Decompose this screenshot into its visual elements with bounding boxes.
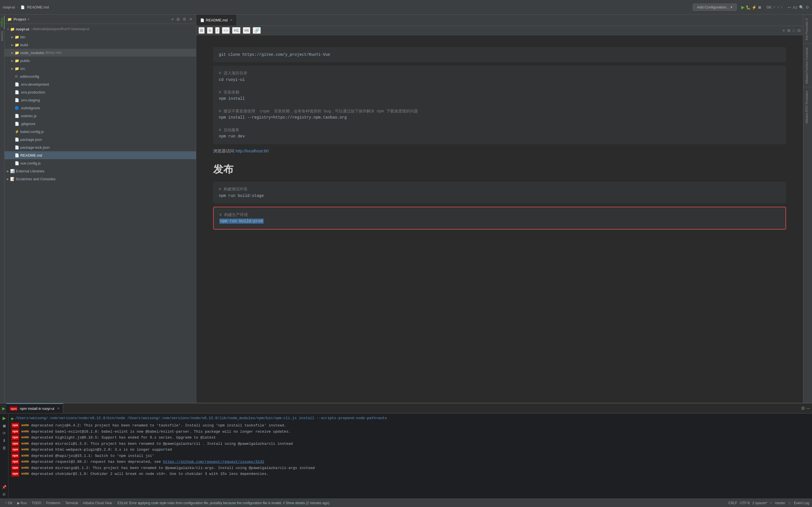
- indent-label[interactable]: 2 spaces*: [753, 501, 767, 505]
- tree-item-env-dev[interactable]: 📄 .env.development: [4, 80, 196, 88]
- run-scroll-icon[interactable]: ⬇: [2, 438, 7, 444]
- close-panel-btn[interactable]: ✕: [189, 16, 193, 22]
- run-settings-icon[interactable]: ⚙: [1, 491, 7, 497]
- readme-tab-icon: 📄: [200, 18, 204, 22]
- key-promoter-label[interactable]: Key Promoter X: [803, 15, 812, 44]
- code-btn[interactable]: <>: [222, 27, 230, 34]
- root-path: ~/kid/code/java/yun/RuoYi-Vue/ruoyi-ui: [31, 27, 89, 31]
- settings-icon[interactable]: ⚙: [801, 406, 805, 411]
- minimize-icon[interactable]: ─: [807, 406, 810, 411]
- item-label-eslintrc: .eslintrc.js: [20, 114, 37, 118]
- run-tab-icon: ▶: [2, 406, 5, 411]
- tree-item-public[interactable]: ▶ 📁 public: [4, 57, 196, 64]
- git-arrow: ↑: [781, 5, 783, 9]
- tree-item-gitignore[interactable]: 📄 .gitignore: [4, 120, 196, 128]
- tree-item-package-lock[interactable]: 📄 package-lock.json: [4, 144, 196, 151]
- preview-btn[interactable]: □: [793, 28, 795, 33]
- list-view-btn[interactable]: ≡: [782, 28, 784, 33]
- tree-item-env-prod[interactable]: 📄 .env.production: [4, 88, 196, 96]
- browser-link[interactable]: http://localhost:80: [236, 149, 269, 153]
- folder-icon: 📁: [7, 17, 12, 21]
- run-pin-icon[interactable]: 📌: [1, 484, 7, 490]
- tree-item-scratches[interactable]: ▶ 📝 Scratches and Consoles: [4, 175, 196, 183]
- coverage-btn[interactable]: ⚡: [752, 5, 756, 10]
- git-status-icon[interactable]: ⑂ Git: [3, 501, 15, 505]
- readme-tab-label: README.md: [206, 18, 227, 22]
- run-stop-icon[interactable]: ⏹: [1, 423, 7, 429]
- tree-item-ext-libs[interactable]: ▶ 📊 External Libraries: [4, 167, 196, 175]
- settings-gear[interactable]: ⚙: [182, 16, 187, 22]
- add-configuration-button[interactable]: Add Configuration... ▾: [693, 4, 737, 11]
- tree-item-src[interactable]: ▶ 📁 src: [4, 64, 196, 72]
- tree-item-editorconfig[interactable]: ⚙ .editorconfig: [4, 72, 196, 80]
- run-log-6: npm WARN deprecated @hapi/joi@15.1.1: Sw…: [11, 453, 809, 459]
- branch-label[interactable]: master: [775, 501, 785, 505]
- tree-item-node-modules[interactable]: ▶ 📁 node_modules library root: [4, 49, 196, 57]
- left-vert-project[interactable]: Project: [0, 16, 4, 29]
- collapse-all-btn[interactable]: ≡: [171, 16, 174, 22]
- tree-item-eslintignore[interactable]: 🔵 .eslintignore: [4, 104, 196, 112]
- tree-item-package-json[interactable]: 📄 package.json: [4, 135, 196, 144]
- run-tab-close[interactable]: ✕: [57, 407, 59, 410]
- readme-icon: 📄: [20, 5, 25, 9]
- left-vert-commit[interactable]: Commit: [0, 29, 4, 43]
- editor-tabs: 📄 README.md ✕: [196, 15, 803, 26]
- tree-item-eslintrc[interactable]: 📄 .eslintrc.js: [4, 112, 196, 120]
- bottom-tabs-right: ⚙ ─: [801, 406, 810, 411]
- run-clear-icon[interactable]: 🗑: [1, 445, 7, 451]
- split-view-btn[interactable]: ⊟: [797, 28, 801, 33]
- item-label-eslintignore: .eslintignore: [20, 106, 40, 110]
- tree-item-bin[interactable]: ▶ 📁 bin: [4, 33, 196, 41]
- run-status-btn[interactable]: ▶ Run: [15, 501, 29, 505]
- branch-icon: ⑂: [770, 501, 772, 505]
- italic-btn[interactable]: I: [215, 27, 220, 34]
- tree-item-build[interactable]: ▶ 📁 build: [4, 41, 196, 49]
- run-log-8: npm WARN deprecated microargs@1.1.2: Thi…: [11, 465, 809, 471]
- run-btn[interactable]: ▶: [741, 4, 745, 10]
- bold-btn[interactable]: B: [199, 27, 205, 34]
- project-title: Project: [13, 17, 26, 21]
- run-tab[interactable]: npm npm install in ruoyi-ui ✕: [6, 403, 63, 413]
- run-play-icon[interactable]: ▶: [2, 414, 7, 421]
- selected-build-prod: npm run build:prod: [219, 219, 264, 224]
- strikethrough-btn[interactable]: S̶: [207, 27, 213, 34]
- debug-btn[interactable]: 🐛: [746, 5, 751, 10]
- readme-tab[interactable]: 📄 README.md ✕: [196, 15, 237, 25]
- tree-item-vue-config[interactable]: 📄 vue.config.js: [4, 159, 196, 167]
- h1-btn[interactable]: H1: [232, 27, 241, 34]
- md-toolbar: B S̶ I <> H1 Ht 🔗 ≡ ⊞ □ ⊟: [196, 26, 803, 35]
- ht-btn[interactable]: Ht: [243, 27, 250, 34]
- tree-root[interactable]: ▾ 📁 ruoyi-ui ~/kid/code/java/yun/RuoYi-V…: [4, 25, 196, 33]
- tree-item-babel[interactable]: ⚡ babel.config.js: [4, 128, 196, 135]
- terminal-status-btn[interactable]: Terminal: [63, 501, 80, 505]
- item-label-src: src: [20, 66, 25, 71]
- crlf-label[interactable]: CRLF: [728, 501, 737, 505]
- request-link[interactable]: https://github.com/request/request/issue…: [163, 460, 264, 464]
- problems-status-btn[interactable]: Problems: [44, 501, 63, 505]
- error-status-text: ESLint: Error applying code style rules …: [117, 501, 725, 505]
- run-rerun-icon[interactable]: ⟳: [2, 430, 7, 436]
- event-log-label[interactable]: Event Log: [794, 501, 809, 505]
- link-btn[interactable]: 🔗: [253, 27, 261, 34]
- scope-btn[interactable]: ⊞: [176, 16, 181, 22]
- undo-btn[interactable]: ↩: [788, 5, 791, 10]
- event-log-btn[interactable]: ⚠: [788, 501, 791, 505]
- search-btn[interactable]: 🔍: [799, 5, 804, 10]
- encoding-label[interactable]: UTF-8: [740, 501, 750, 505]
- grid-view-btn[interactable]: ⊞: [787, 28, 791, 33]
- tree-item-readme[interactable]: 📄 README.md: [4, 151, 196, 159]
- settings-btn[interactable]: ⚙: [806, 5, 809, 10]
- titlebar: ruoyi-ui › 📄 README.md Add Configuration…: [0, 0, 812, 15]
- alibaba-function-label[interactable]: Alibaba Function Compute: [803, 44, 812, 87]
- item-label-env-prod: .env.production: [20, 90, 45, 94]
- root-arrow: ▾: [6, 27, 10, 31]
- translate-btn[interactable]: Az: [793, 5, 797, 10]
- todo-status-btn[interactable]: TODO: [29, 501, 44, 505]
- alibaba-status-btn[interactable]: Alibaba Cloud View: [81, 501, 115, 505]
- tree-item-env-staging[interactable]: 📄 .env.staging: [4, 96, 196, 104]
- stop-btn[interactable]: ⏹: [758, 5, 762, 10]
- readme-tab-close[interactable]: ✕: [230, 18, 233, 22]
- alibaba-ros-label[interactable]: Alibaba ROS Templates: [803, 87, 812, 127]
- dropdown-arrow: ▾: [28, 17, 29, 21]
- statusbar: ⑂ Git ▶ Run TODO Problems Terminal Aliba…: [0, 499, 812, 507]
